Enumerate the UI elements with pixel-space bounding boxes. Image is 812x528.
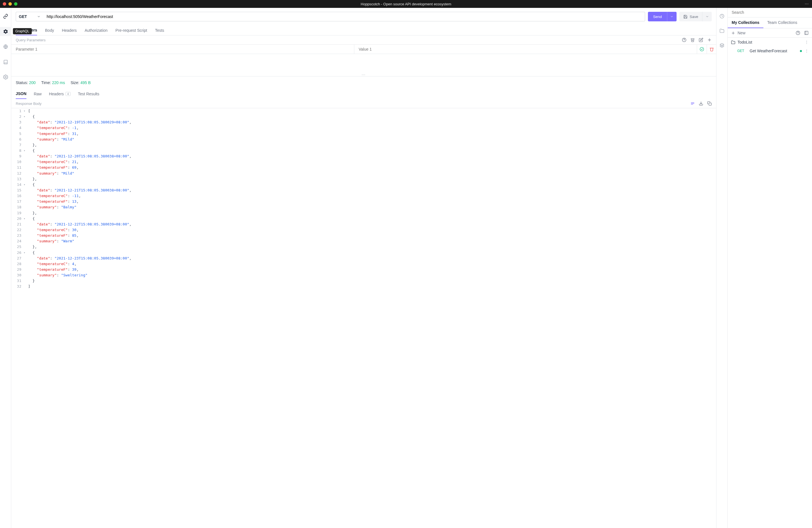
size-value: 495 B	[81, 81, 91, 85]
folder-name: TodoList	[738, 40, 802, 44]
import-export-icon[interactable]	[804, 31, 809, 35]
response-body-label: Response Body	[16, 101, 42, 106]
svg-marker-19	[720, 43, 724, 45]
resize-grip[interactable]	[11, 73, 716, 76]
download-icon[interactable]	[699, 101, 703, 106]
nav-rest[interactable]	[0, 12, 11, 21]
method-value: GET	[19, 14, 27, 19]
tab-my-collections[interactable]: My Collections	[728, 17, 764, 28]
nav-graphql[interactable]: GraphQL	[0, 27, 11, 36]
save-icon	[683, 15, 687, 19]
save-dropdown[interactable]	[702, 12, 712, 22]
active-dot-icon	[800, 50, 802, 52]
close-window[interactable]	[3, 2, 6, 5]
rail-collections[interactable]	[716, 26, 728, 35]
send-label: Send	[653, 15, 662, 19]
folder-icon	[731, 40, 735, 44]
request-method-badge: GET	[737, 49, 747, 53]
chevron-down-icon	[706, 15, 709, 18]
minimize-window[interactable]	[9, 2, 12, 5]
rail-environments[interactable]	[716, 41, 728, 49]
chevron-down-icon	[37, 15, 41, 18]
param-toggle-icon[interactable]	[697, 44, 707, 54]
add-icon[interactable]	[707, 38, 712, 42]
collections-search[interactable]	[731, 10, 808, 15]
headers-count: 4	[66, 92, 71, 96]
url-input[interactable]	[43, 12, 645, 22]
svg-point-7	[5, 76, 6, 78]
tab-tests[interactable]: Tests	[155, 25, 164, 35]
time-value: 220 ms	[52, 81, 65, 85]
edit-icon[interactable]	[699, 38, 703, 42]
time-label: Time:	[41, 81, 51, 85]
param-value-input[interactable]	[354, 45, 697, 54]
send-dropdown[interactable]	[667, 12, 677, 22]
tab-body[interactable]: Body	[45, 25, 54, 35]
resp-tab-headers[interactable]: Headers4	[49, 89, 71, 99]
response-tabs: JSON Raw Headers4 Test Results	[11, 89, 716, 99]
titlebar: Hoppscotch - Open source API development…	[0, 0, 812, 8]
svg-point-12	[700, 47, 704, 51]
tab-authorization[interactable]: Authorization	[85, 25, 107, 35]
response-code[interactable]: 1▾[2▾ {3 "date": "2021-12-19T15:08:05.38…	[11, 108, 716, 528]
tab-headers[interactable]: Headers	[62, 25, 77, 35]
param-row	[11, 44, 716, 54]
resp-tab-raw[interactable]: Raw	[34, 89, 42, 99]
nav-realtime[interactable]	[0, 42, 11, 51]
nav-tooltip: GraphQL	[13, 28, 32, 34]
titlebar-menu[interactable]: ⋯	[805, 2, 809, 6]
nav-settings[interactable]	[0, 73, 11, 82]
rail-history[interactable]	[716, 12, 728, 20]
save-button[interactable]: Save	[679, 12, 702, 22]
svg-rect-17	[709, 103, 711, 105]
collection-folder[interactable]: TodoList ⋮	[728, 38, 812, 47]
response-meta: Status: 200 Time: 220 ms Size: 495 B	[11, 76, 716, 89]
param-key-input[interactable]	[11, 45, 354, 54]
maximize-window[interactable]	[14, 2, 17, 5]
svg-rect-24	[805, 31, 808, 34]
copy-icon[interactable]	[707, 101, 712, 106]
tab-prerequest[interactable]: Pre-request Script	[115, 25, 147, 35]
delete-all-icon[interactable]	[690, 38, 695, 42]
collections-help-icon[interactable]	[796, 31, 800, 35]
url-bar: GET Send Save	[11, 8, 716, 25]
param-delete-icon[interactable]	[707, 44, 716, 54]
method-select[interactable]: GET	[16, 12, 43, 22]
help-icon[interactable]	[682, 38, 686, 42]
size-label: Size:	[71, 81, 79, 85]
window-title: Hoppscotch - Open source API development…	[361, 2, 451, 6]
window-controls	[3, 2, 17, 5]
chevron-down-icon	[670, 15, 673, 18]
main-panel: GET Send Save Parameters Body Headers Au…	[11, 8, 716, 528]
query-params-label: Query Parameters	[16, 38, 45, 42]
plus-icon	[731, 31, 735, 35]
resp-tab-test-results[interactable]: Test Results	[78, 89, 99, 99]
new-label: New	[738, 31, 745, 35]
status-value: 200	[29, 81, 35, 85]
tab-team-collections[interactable]: Team Collections	[764, 17, 801, 28]
resp-tab-json[interactable]: JSON	[16, 89, 26, 99]
save-label: Save	[690, 15, 698, 19]
nav-docs[interactable]	[0, 57, 11, 66]
new-collection-button[interactable]: New	[731, 31, 745, 35]
send-button[interactable]: Send	[648, 12, 667, 22]
left-sidebar: GraphQL	[0, 8, 11, 528]
collection-request[interactable]: GET Get WeatherForecast ⋮	[728, 47, 812, 55]
request-tabs: Parameters Body Headers Authorization Pr…	[11, 25, 716, 35]
request-more-icon[interactable]: ⋮	[805, 49, 809, 53]
folder-more-icon[interactable]: ⋮	[805, 40, 809, 44]
right-rail	[716, 8, 728, 528]
request-name: Get WeatherForecast	[750, 49, 797, 53]
status-label: Status:	[16, 81, 28, 85]
wrap-lines-icon[interactable]	[690, 101, 695, 106]
collections-panel: My Collections Team Collections New Todo…	[728, 8, 812, 528]
